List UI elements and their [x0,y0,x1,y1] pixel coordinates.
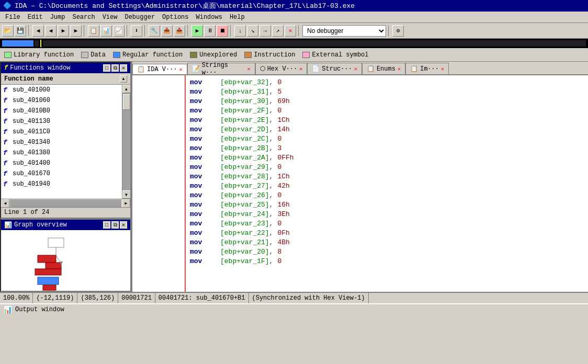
graph-overview-btn-lock[interactable]: □ [103,221,110,229]
tab-hex-label: Hex V··· [267,65,298,73]
tab-ida[interactable]: 📋 IDA V··· ✕ [132,64,187,75]
toolbar-back2-btn[interactable]: ◀ [45,25,56,37]
disasm-mnemonic: mov [190,220,216,228]
toolbar-more-btn[interactable]: ⚙ [392,25,404,37]
tab-ida-close[interactable]: ✕ [179,66,183,73]
tab-enums-close[interactable]: ✕ [398,66,401,72]
function-list-item[interactable]: fsub_401940 [1,179,122,189]
legend-regular: Regular function [113,51,183,59]
toolbar-step2-btn[interactable]: ↘ [247,25,258,37]
legend-unexplored: Unexplored [190,51,237,59]
toolbar-open-btn[interactable]: 📂 [2,25,14,37]
menu-jump[interactable]: Jump [47,13,69,22]
tab-hex-close[interactable]: ✕ [299,66,302,72]
toolbar-nav-btn[interactable]: ⬇ [131,25,142,37]
function-icon: f [3,180,10,188]
toolbar-run-btn[interactable]: ▶ [191,25,203,37]
disasm-mnemonic: mov [190,201,216,209]
disasm-dest: [ebp+var_2C], [220,135,273,143]
scroll-right-btn[interactable]: ▶ [122,199,130,208]
toolbar-step4-btn[interactable]: ↗ [272,25,284,37]
disasm-mnemonic: mov [190,88,216,96]
scroll-up-btn[interactable]: ▲ [122,85,131,93]
app-icon: 🔷 [3,2,12,10]
graph-node-red2 [46,263,61,269]
disasm-src: 0 [277,78,281,86]
toolbar-btn3[interactable]: 📋 [88,25,99,37]
menu-edit[interactable]: Edit [25,13,46,22]
disasm-src: 3Eh [277,210,289,218]
tab-strings-close[interactable]: ✕ [247,66,251,72]
toolbar-pause-btn[interactable]: ⏸ [204,25,216,37]
toolbar-export-btn[interactable]: 📤 [174,25,185,37]
toolbar-btn5[interactable]: 📈 [113,25,125,37]
function-list-item[interactable]: fsub_401670 [1,168,122,179]
menu-debugger[interactable]: Debugger [121,13,158,22]
debugger-dropdown[interactable]: No debugger [302,25,386,37]
toolbar-import-btn[interactable]: 📥 [161,25,173,37]
disasm-dest: [ebp+var_24], [220,210,273,218]
functions-window-btn-float[interactable]: ⧉ [111,64,119,72]
disasm-src: 5 [277,88,281,96]
function-icon: f [3,107,10,115]
disasm-src: 1Ch [277,116,289,124]
toolbar-fwd-btn[interactable]: ▶ [58,25,69,37]
tab-hex[interactable]: ⬡ Hex V··· ✕ [255,63,308,74]
scroll-left-btn[interactable]: ◀ [1,199,9,208]
scrollbar-vertical[interactable]: ▲ ▼ [122,85,130,199]
function-list-item[interactable]: fsub_401400 [1,158,122,168]
scroll-down-btn[interactable]: ▼ [122,190,131,199]
toolbar-fwd2-btn[interactable]: ▶ [70,25,82,37]
tab-im-close[interactable]: ✕ [441,66,444,72]
toolbar-stop-btn[interactable]: ⏹ [217,25,228,37]
disasm-mnemonic: mov [190,135,216,143]
menu-help[interactable]: Help [227,13,248,22]
red-divider-line [185,75,186,292]
function-list-item[interactable]: fsub_401060 [1,95,122,106]
graph-overview-title: Graph overview [14,221,67,229]
menu-file[interactable]: File [2,13,24,22]
tab-struc-close[interactable]: ✕ [354,66,357,72]
scroll-thumb[interactable] [123,94,130,110]
tab-strings[interactable]: 📝 Strings w··· ✕ [187,63,255,74]
toolbar-patch-btn[interactable]: 🔧 [149,25,160,37]
toolbar-step3-btn[interactable]: → [259,25,271,37]
left-panel: f Functions window □ ⧉ ✕ Function name ▲… [0,62,132,292]
function-list-item[interactable]: fsub_4010B0 [1,106,122,116]
legend-unexplored-box [190,52,197,58]
toolbar-x-btn[interactable]: ✕ [285,25,296,37]
scrollbar-horizontal[interactable]: ◀ ▶ [1,199,130,207]
tab-struc[interactable]: 📄 Struc··· ✕ [307,63,362,74]
graph-overview-btn-close[interactable]: ✕ [120,221,127,229]
function-icon: f [3,118,10,126]
status-sync: (Synchronized with Hex View-1) [249,293,369,303]
functions-window-btn-close[interactable]: ✕ [120,64,127,72]
tab-strings-icon: 📝 [192,65,200,73]
graph-overview-btn-float[interactable]: ⧉ [111,221,119,229]
scroll-track[interactable] [122,93,130,190]
graph-node-red3 [35,269,61,275]
tab-hex-icon: ⬡ [260,65,265,73]
function-list-item[interactable]: fsub_401130 [1,116,122,127]
graph-canvas [1,230,130,291]
function-list-item[interactable]: fsub_401380 [1,147,122,158]
menu-windows[interactable]: Windows [193,13,225,22]
function-list-item[interactable]: fsub_401000 [1,85,122,95]
function-list-item[interactable]: fsub_4011C0 [1,127,122,137]
toolbar-step-btn[interactable]: ↓ [234,25,246,37]
disasm-dest: [ebp+var_22], [220,229,273,237]
tab-enums[interactable]: 📋 Enums ✕ [362,63,405,74]
toolbar-back-btn[interactable]: ◀ [32,25,44,37]
menu-search[interactable]: Search [69,13,98,22]
function-icon: f [3,139,10,146]
functions-window-btn-lock[interactable]: □ [103,64,110,72]
function-icon: f [3,128,10,136]
scrollbar-up-btn[interactable]: ▲ [120,75,127,83]
scroll-h-track[interactable] [10,200,121,207]
menu-options[interactable]: Options [159,13,191,22]
menu-view[interactable]: View [99,13,121,22]
tab-im[interactable]: 📋 Im··· ✕ [405,63,449,74]
function-list-item[interactable]: fsub_401340 [1,137,122,147]
toolbar-btn4[interactable]: 📊 [100,25,112,37]
toolbar-save-btn[interactable]: 💾 [15,25,26,37]
